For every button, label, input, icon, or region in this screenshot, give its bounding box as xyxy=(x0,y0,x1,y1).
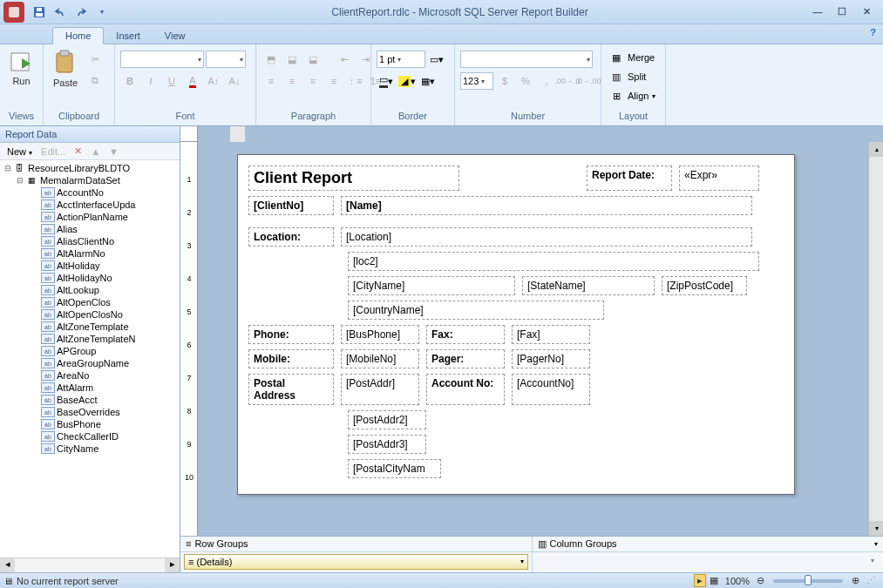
zoom-in-icon[interactable]: ⊕ xyxy=(848,575,863,586)
tree-field[interactable]: abAltZoneTemplateN xyxy=(0,333,180,345)
tree-field[interactable]: abAltHolidayNo xyxy=(0,272,180,284)
postaddr3-field[interactable]: [PostAddr3] xyxy=(348,435,426,454)
reportdate-label[interactable]: Report Date: xyxy=(587,166,672,191)
tab-view[interactable]: View xyxy=(153,28,198,44)
italic-icon[interactable]: I xyxy=(141,71,160,91)
tree-field[interactable]: abAlias xyxy=(0,223,180,235)
percent-icon[interactable]: % xyxy=(516,71,535,91)
qat-dropdown-icon[interactable]: ▾ xyxy=(92,3,112,21)
scroll-left-icon[interactable]: ◂ xyxy=(0,558,15,572)
accountno-field[interactable]: [AccountNo] xyxy=(512,374,590,405)
comma-icon[interactable]: , xyxy=(537,71,556,91)
copy-icon[interactable]: ⧉ xyxy=(85,71,105,90)
scroll-right-icon[interactable]: ▸ xyxy=(165,558,180,572)
resize-grip-icon[interactable]: ⋰ xyxy=(863,575,880,586)
postaddr-field[interactable]: [PostAddr] xyxy=(341,374,419,405)
loc2-field[interactable]: [loc2] xyxy=(348,252,759,271)
help-icon[interactable]: ? xyxy=(870,27,876,37)
country-field[interactable]: [CountryName] xyxy=(348,301,604,320)
tree-field[interactable]: abAcctInterfaceUpda xyxy=(0,199,180,211)
pager-field[interactable]: [PagerNo] xyxy=(512,349,590,368)
font-color-icon[interactable]: A xyxy=(183,71,202,91)
mobile-field[interactable]: [MobileNo] xyxy=(341,349,419,368)
tree-field[interactable]: abAltOpenClos xyxy=(0,296,180,308)
redo-icon[interactable] xyxy=(71,3,91,21)
edit-button[interactable]: Edit... xyxy=(37,145,69,158)
city-field[interactable]: [CityName] xyxy=(348,276,515,295)
align-right-icon[interactable]: ≡ xyxy=(303,71,323,91)
tab-home[interactable]: Home xyxy=(52,27,104,44)
mobile-label[interactable]: Mobile: xyxy=(248,349,334,368)
shrink-font-icon[interactable]: A↓ xyxy=(225,71,244,91)
save-icon[interactable] xyxy=(30,3,49,21)
decrease-decimal-icon[interactable]: .0→.00 xyxy=(579,71,598,91)
border-preset-icon[interactable]: ▦▾ xyxy=(418,71,438,91)
number-style-combo[interactable]: 123▾ xyxy=(460,72,493,90)
increase-decimal-icon[interactable]: .00→.0 xyxy=(558,71,577,91)
decrease-indent-icon[interactable]: ⇤ xyxy=(335,50,354,69)
tree-field[interactable]: abAltZoneTemplate xyxy=(0,321,180,333)
tree-hscrollbar[interactable]: ◂▸ xyxy=(0,558,180,572)
phone-label[interactable]: Phone: xyxy=(248,325,334,344)
align-top-icon[interactable]: ⬒ xyxy=(262,50,281,69)
justify-icon[interactable]: ≡ xyxy=(324,71,343,91)
tree-field[interactable]: abAltAlarmNo xyxy=(0,247,180,260)
fields-tree[interactable]: ⊟🗄ResourceLibraryBLDTO⊟▦MemalarmDataSeta… xyxy=(0,160,180,558)
delete-icon[interactable]: ✕ xyxy=(71,145,85,158)
fill-color-icon[interactable]: ◢▾ xyxy=(397,71,417,91)
column-groups-header[interactable]: ▥Column Groups▾ xyxy=(532,537,884,551)
tree-dataset[interactable]: ⊟▦MemalarmDataSet xyxy=(0,174,180,186)
canvas-vscrollbar[interactable]: ▴ ▾ xyxy=(868,142,883,536)
app-icon[interactable] xyxy=(3,2,24,23)
postalcity-field[interactable]: [PostalCityNam xyxy=(348,459,441,478)
tab-insert[interactable]: Insert xyxy=(104,28,153,44)
move-up-icon[interactable]: ▲ xyxy=(87,145,104,158)
tree-root[interactable]: ⊟🗄ResourceLibraryBLDTO xyxy=(0,162,180,174)
clientno-cell[interactable]: [ClientNo] xyxy=(248,196,334,215)
fax-label[interactable]: Fax: xyxy=(426,325,505,344)
maximize-button[interactable]: ☐ xyxy=(832,4,852,20)
grow-font-icon[interactable]: A↑ xyxy=(204,71,223,91)
zoom-level[interactable]: 100% xyxy=(722,576,753,586)
pager-label[interactable]: Pager: xyxy=(426,349,505,368)
tree-field[interactable]: abAPGroup xyxy=(0,345,180,357)
tree-field[interactable]: abActionPlanName xyxy=(0,211,180,223)
border-color-icon[interactable]: ▭▾ xyxy=(377,71,396,91)
undo-icon[interactable] xyxy=(51,3,70,21)
preview-view-icon[interactable]: ▦ xyxy=(706,575,722,586)
tree-field[interactable]: abBaseOverrides xyxy=(0,406,180,418)
run-button[interactable]: Run xyxy=(5,46,37,90)
tree-field[interactable]: abAreaGroupName xyxy=(0,357,180,369)
scroll-down-icon[interactable]: ▾ xyxy=(869,521,883,536)
tree-field[interactable]: abAccountNo xyxy=(0,186,180,199)
tree-field[interactable]: abCheckCallerID xyxy=(0,430,180,443)
state-field[interactable]: [StateName] xyxy=(522,276,655,295)
design-view-icon[interactable]: ▸ xyxy=(694,574,706,587)
move-down-icon[interactable]: ▼ xyxy=(105,145,122,158)
report-page[interactable]: Client Report Report Date: «Expr» [Clien… xyxy=(237,154,795,495)
tree-field[interactable]: abAttAlarm xyxy=(0,382,180,394)
align-button[interactable]: ⊞Align▾ xyxy=(607,86,655,105)
postal-label[interactable]: Postal Address xyxy=(248,374,334,405)
canvas[interactable]: Client Report Report Date: «Expr» [Clien… xyxy=(198,142,868,536)
minimize-button[interactable]: — xyxy=(808,4,827,20)
details-group[interactable]: ≡ (Details)▾ xyxy=(184,554,528,570)
tree-field[interactable]: abAltLookup xyxy=(0,284,180,296)
tree-field[interactable]: abBusPhone xyxy=(0,418,180,430)
align-bottom-icon[interactable]: ⬓ xyxy=(303,50,323,69)
scroll-up-icon[interactable]: ▴ xyxy=(869,142,883,157)
cut-icon[interactable]: ✂ xyxy=(85,50,105,69)
new-button[interactable]: New ▾ xyxy=(3,145,36,158)
reportdate-expr[interactable]: «Expr» xyxy=(679,166,759,191)
paste-button[interactable]: Paste xyxy=(49,46,82,91)
zoom-slider[interactable] xyxy=(773,579,843,583)
zoom-out-icon[interactable]: ⊖ xyxy=(753,575,768,586)
font-name-combo[interactable]: ▾ xyxy=(120,51,204,68)
tree-field[interactable]: abBaseAcct xyxy=(0,394,180,406)
accountno-label[interactable]: Account No: xyxy=(426,374,505,405)
row-groups-header[interactable]: ≡Row Groups xyxy=(180,537,532,551)
tree-field[interactable]: abAliasClientNo xyxy=(0,235,180,247)
border-width-combo[interactable]: 1 pt▾ xyxy=(377,51,425,68)
postaddr2-field[interactable]: [PostAddr2] xyxy=(348,410,426,429)
tree-field[interactable]: abAltHoliday xyxy=(0,260,180,272)
